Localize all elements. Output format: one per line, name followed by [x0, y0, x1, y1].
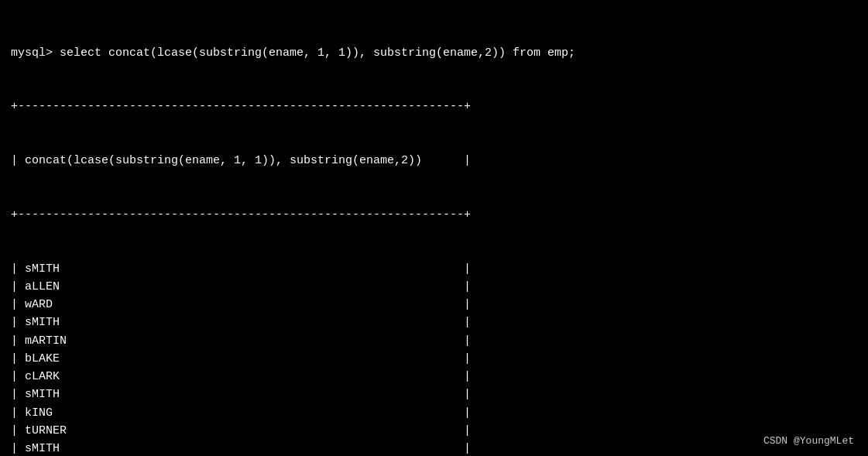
terminal-window: mysql> select concat(lcase(substring(ena… [11, 8, 857, 456]
table-row: | bLAKE | [11, 350, 857, 368]
watermark: CSDN @YoungMLet [763, 435, 854, 447]
table-row: | wARD | [11, 296, 857, 314]
table-row: | sMITH | [11, 440, 857, 456]
table-row: | tURNER | [11, 422, 857, 440]
table-row: | mARTIN | [11, 332, 857, 350]
table-row: | kING | [11, 404, 857, 422]
header-row: | concat(lcase(substring(ename, 1, 1)), … [11, 152, 857, 170]
table-row: | cLARK | [11, 368, 857, 386]
data-rows: | sMITH || aLLEN || wARD || [11, 260, 857, 457]
table-row: | sMITH | [11, 314, 857, 331]
table-row: | aLLEN | [11, 278, 857, 296]
table-row: | sMITH | [11, 386, 857, 403]
table-row: | sMITH | [11, 260, 857, 278]
separator-mid: +---------------------------------------… [11, 206, 857, 224]
separator-top: +---------------------------------------… [11, 98, 857, 115]
prompt-line: mysql> select concat(lcase(substring(ena… [11, 44, 857, 62]
